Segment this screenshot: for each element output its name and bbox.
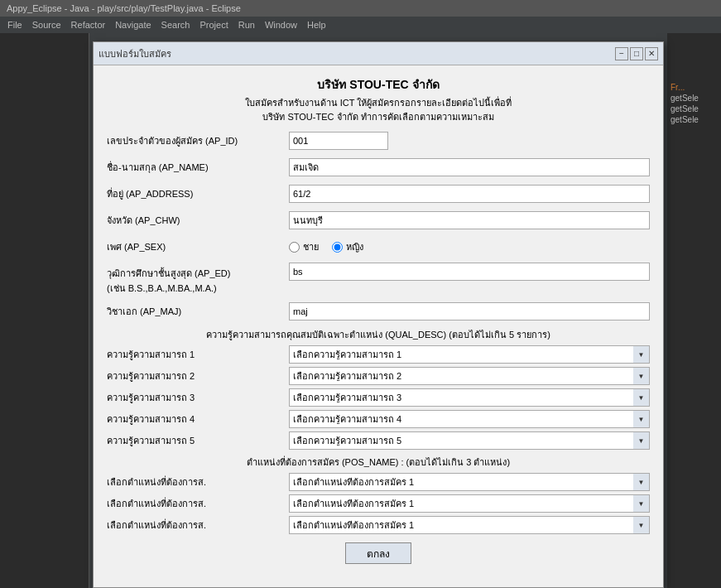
pos-label-2: เลือกตำแหน่งที่ต้องการส. [107, 496, 289, 511]
ap-name-row: ชื่อ-นามสกุล (AP_NAME) [107, 157, 650, 178]
ap-name-input[interactable] [289, 158, 650, 176]
ap-ed-input[interactable] [289, 263, 650, 281]
menu-file[interactable]: File [3, 19, 26, 31]
code-line-2: getSele [671, 94, 718, 103]
qual-row-3: ความรู้ความสามารถ 3 เลือกความรู้ความสามา… [107, 388, 650, 407]
pos-row-1: เลือกตำแหน่งที่ต้องการส. เลือกตำแหน่งที่… [107, 473, 650, 491]
qual-select-3[interactable]: เลือกความรู้ความสามารถ 3 [289, 388, 650, 407]
qual-select-wrap-4: เลือกความรู้ความสามารถ 4 ▼ [289, 410, 650, 428]
pos-select-3[interactable]: เลือกตำแหน่งที่ต้องการสมัคร 1 [289, 516, 650, 534]
qual-label-3: ความรู้ความสามารถ 3 [107, 390, 289, 405]
title-bar: Appy_Eclipse - Java - play/src/play/Test… [0, 0, 721, 33]
project-tree [0, 33, 89, 40]
qual-select-wrap-5: เลือกความรู้ความสามารถ 5 ▼ [289, 431, 650, 450]
ap-sex-row: เพศ (AP_SEX) ชาย หญิง [107, 236, 650, 258]
left-panel [0, 33, 89, 588]
menu-navigate[interactable]: Navigate [111, 19, 155, 31]
dialog-overlay: แบบฟอร์มใบสมัคร − □ ✕ บริษัท STOU-TEC จำ… [89, 37, 667, 588]
maximize-button[interactable]: □ [630, 47, 643, 60]
sex-female-label[interactable]: หญิง [332, 239, 363, 254]
dialog-title-bar: แบบฟอร์มใบสมัคร − □ ✕ [94, 42, 663, 65]
sex-male-radio[interactable] [289, 242, 300, 253]
qual-row-4: ความรู้ความสามารถ 4 เลือกความรู้ความสามา… [107, 410, 650, 428]
ap-maj-input[interactable] [289, 302, 650, 321]
menu-bar: File Source Refactor Navigate Search Pro… [0, 17, 721, 33]
qual-select-wrap-1: เลือกความรู้ความสามารถ 1 ▼ [289, 345, 650, 364]
minimize-button[interactable]: − [615, 47, 628, 60]
ap-ed-row: วุฒิการศึกษาชั้นสูงสุด (AP_ED) (เช่น B.S… [107, 263, 650, 296]
form-dialog: แบบฟอร์มใบสมัคร − □ ✕ บริษัท STOU-TEC จำ… [93, 41, 664, 588]
ap-name-label: ชื่อ-นามสกุล (AP_NAME) [107, 160, 289, 175]
qual-label-1: ความรู้ความสามารถ 1 [107, 347, 289, 362]
menu-window[interactable]: Window [261, 19, 301, 31]
qual-label-2: ความรู้ความสามารถ 2 [107, 369, 289, 383]
right-code-panel: Fr... getSele getSele getSele [667, 33, 721, 588]
ok-button[interactable]: ตกลง [345, 542, 411, 564]
qual-label-5: ความรู้ความสามารถ 5 [107, 433, 289, 448]
code-line-3: getSele [671, 104, 718, 113]
menu-search[interactable]: Search [157, 19, 195, 31]
ok-button-row: ตกลง [107, 542, 650, 564]
sex-radio-group: ชาย หญิง [289, 239, 363, 254]
company-header: บริษัท STOU-TEC จำกัด ใบสมัครสำหรับงานด้… [107, 75, 650, 123]
ap-address-input[interactable] [289, 185, 650, 203]
qual-row-5: ความรู้ความสามารถ 5 เลือกความรู้ความสามา… [107, 431, 650, 450]
qual-select-wrap-2: เลือกความรู้ความสามารถ 2 ▼ [289, 367, 650, 385]
sex-female-radio[interactable] [332, 242, 343, 253]
menu-project[interactable]: Project [195, 19, 232, 31]
menu-run[interactable]: Run [234, 19, 259, 31]
pos-section-header: ตำแหน่งที่ต้องการสมัคร (POS_NAME) : (ตอบ… [107, 455, 650, 470]
ap-chw-input[interactable] [289, 211, 650, 229]
ap-address-row: ที่อยู่ (AP_ADDRESS) [107, 183, 650, 205]
company-desc-line2: บริษัท STOU-TEC จำกัด ทำการคัดเลือกตามคว… [107, 110, 650, 124]
code-line-4: getSele [671, 115, 718, 124]
code-line-1: Fr... [671, 83, 718, 92]
dialog-title-text: แบบฟอร์มใบสมัคร [99, 46, 171, 61]
company-name: บริษัท STOU-TEC จำกัด [107, 75, 650, 94]
qual-select-5[interactable]: เลือกความรู้ความสามารถ 5 [289, 431, 650, 450]
qual-select-4[interactable]: เลือกความรู้ความสามารถ 4 [289, 410, 650, 428]
qual-row-1: ความรู้ความสามารถ 1 เลือกความรู้ความสามา… [107, 345, 650, 364]
window-title: Appy_Eclipse - Java - play/src/play/Test… [0, 0, 721, 17]
pos-select-wrap-1: เลือกตำแหน่งที่ต้องการสมัคร 1 ▼ [289, 473, 650, 491]
qual-section-header: ความรู้ความสามารถคุณสมบัติเฉพาะตำแหน่ง (… [107, 327, 650, 342]
menu-refactor[interactable]: Refactor [67, 19, 110, 31]
pos-label-3: เลือกตำแหน่งที่ต้องการส. [107, 518, 289, 533]
qual-label-4: ความรู้ความสามารถ 4 [107, 412, 289, 427]
close-button[interactable]: ✕ [645, 47, 658, 60]
dialog-content: บริษัท STOU-TEC จำกัด ใบสมัครสำหรับงานด้… [94, 65, 663, 574]
pos-select-1[interactable]: เลือกตำแหน่งที่ต้องการสมัคร 1 [289, 473, 650, 491]
pos-select-wrap-3: เลือกตำแหน่งที่ต้องการสมัคร 1 ▼ [289, 516, 650, 534]
qual-select-1[interactable]: เลือกความรู้ความสามารถ 1 [289, 345, 650, 364]
pos-select-wrap-2: เลือกตำแหน่งที่ต้องการสมัคร 1 ▼ [289, 494, 650, 513]
ap-maj-label: วิชาเอก (AP_MAJ) [107, 304, 289, 319]
qual-select-wrap-3: เลือกความรู้ความสามารถ 3 ▼ [289, 388, 650, 407]
menu-source[interactable]: Source [28, 19, 65, 31]
ap-id-row: เลขประจำตัวของผู้สมัคร (AP_ID) [107, 130, 650, 152]
ap-chw-label: จังหวัด (AP_CHW) [107, 213, 289, 228]
pos-select-2[interactable]: เลือกตำแหน่งที่ต้องการสมัคร 1 [289, 494, 650, 513]
pos-row-3: เลือกตำแหน่งที่ต้องการส. เลือกตำแหน่งที่… [107, 516, 650, 534]
sex-male-label[interactable]: ชาย [289, 239, 319, 254]
pos-row-2: เลือกตำแหน่งที่ต้องการส. เลือกตำแหน่งที่… [107, 494, 650, 513]
qual-row-2: ความรู้ความสามารถ 2 เลือกความรู้ความสามา… [107, 367, 650, 385]
ap-address-label: ที่อยู่ (AP_ADDRESS) [107, 186, 289, 201]
ap-maj-row: วิชาเอก (AP_MAJ) [107, 301, 650, 322]
ap-id-input[interactable] [289, 132, 388, 150]
pos-label-1: เลือกตำแหน่งที่ต้องการส. [107, 475, 289, 489]
dialog-title-buttons: − □ ✕ [615, 47, 658, 60]
menu-help[interactable]: Help [303, 19, 330, 31]
company-desc-line1: ใบสมัครสำหรับงานด้าน ICT ให้ผู้สมัครกรอก… [107, 96, 650, 110]
ap-chw-row: จังหวัด (AP_CHW) [107, 210, 650, 231]
ap-id-label: เลขประจำตัวของผู้สมัคร (AP_ID) [107, 133, 289, 148]
ap-ed-label: วุฒิการศึกษาชั้นสูงสุด (AP_ED) (เช่น B.S… [107, 263, 289, 296]
ap-sex-label: เพศ (AP_SEX) [107, 239, 289, 254]
qual-select-2[interactable]: เลือกความรู้ความสามารถ 2 [289, 367, 650, 385]
